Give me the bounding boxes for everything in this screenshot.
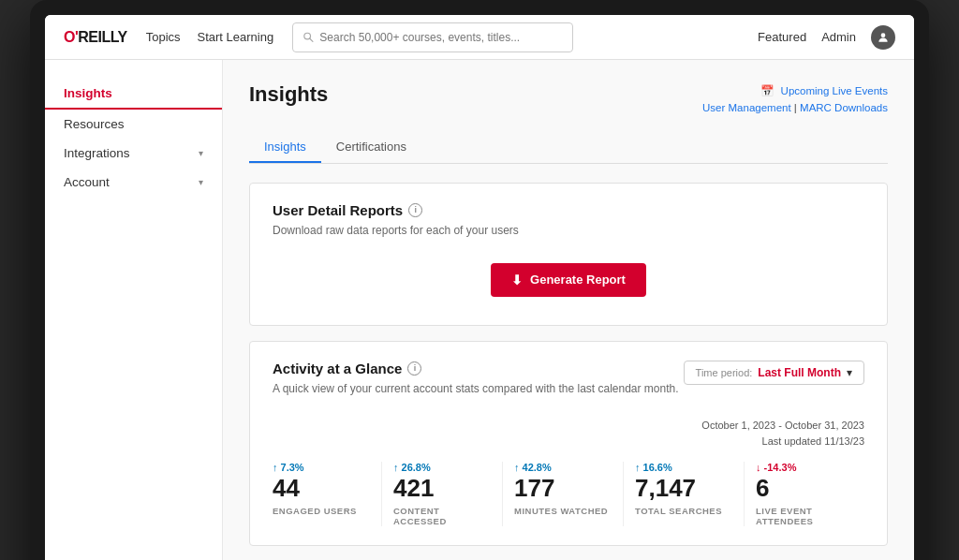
content-area: Insights 📅 Upcoming Live Events User Man… [223, 60, 914, 560]
user-detail-reports-card: User Detail Reports i Download raw data … [249, 183, 888, 326]
tab-certifications[interactable]: Certifications [321, 132, 421, 163]
page-title: Insights [249, 82, 328, 107]
start-learning-link[interactable]: Start Learning [198, 30, 274, 44]
chevron-down-icon: ▾ [199, 148, 203, 158]
sidebar-item-resources[interactable]: Resources [45, 110, 222, 139]
generate-btn-label: Generate Report [530, 273, 626, 287]
marc-downloads-link[interactable]: MARC Downloads [800, 102, 888, 113]
stats-row: ↑ 7.3% 44 ENGAGED USERS ↑ 26.8% 421 CONT… [273, 462, 864, 526]
activity-glance-title: Activity at a Glance i [273, 361, 679, 376]
stat-label-engaged: ENGAGED USERS [273, 506, 370, 516]
stat-change-searches: ↑ 16.6% [635, 462, 732, 473]
info-icon[interactable]: i [408, 203, 422, 217]
info-icon[interactable]: i [407, 361, 421, 376]
main-layout: Insights Resources Integrations ▾ Accoun… [45, 60, 914, 560]
generate-report-button[interactable]: ⬇ Generate Report [491, 263, 646, 297]
nav-right: Featured Admin [758, 25, 895, 50]
logo[interactable]: O'REILLY [64, 29, 127, 46]
sidebar-item-integrations[interactable]: Integrations ▾ [45, 139, 222, 168]
content-header: Insights 📅 Upcoming Live Events User Man… [249, 82, 888, 117]
date-range: October 1, 2023 - October 31, 2023 Last … [273, 418, 864, 450]
stat-label-content: CONTENT ACCESSED [393, 506, 491, 526]
sidebar-item-insights-label: Insights [64, 86, 112, 100]
activity-header-row: Activity at a Glance i A quick view of y… [273, 361, 864, 412]
featured-link[interactable]: Featured [758, 30, 806, 44]
stat-value-content: 421 [393, 475, 491, 502]
search-input[interactable] [319, 31, 563, 44]
chevron-down-icon: ▾ [199, 177, 203, 187]
activity-glance-subtitle: A quick view of your current account sta… [273, 382, 679, 395]
stat-total-searches: ↑ 16.6% 7,147 TOTAL SEARCHES [624, 462, 745, 526]
stat-value-minutes: 177 [514, 475, 612, 502]
time-period-button[interactable]: Time period: Last Full Month ▾ [684, 361, 864, 385]
sidebar-item-account-label: Account [64, 175, 110, 189]
stat-engaged-users: ↑ 7.3% 44 ENGAGED USERS [273, 462, 382, 526]
svg-point-2 [881, 33, 886, 37]
sidebar-item-insights[interactable]: Insights [45, 79, 222, 110]
stat-label-minutes: MINUTES WATCHED [514, 506, 612, 516]
activity-title-group: Activity at a Glance i A quick view of y… [273, 361, 679, 412]
nav-links: Topics Start Learning [146, 30, 274, 44]
user-detail-reports-title: User Detail Reports i [273, 202, 864, 218]
admin-link[interactable]: Admin [821, 30, 856, 44]
stat-value-searches: 7,147 [635, 475, 732, 502]
search-icon [302, 31, 314, 43]
stat-minutes-watched: ↑ 42.8% 177 MINUTES WATCHED [503, 462, 624, 526]
stat-label-live: LIVE EVENT ATTENDEES [756, 506, 853, 526]
stat-content-accessed: ↑ 26.8% 421 CONTENT ACCESSED [382, 462, 503, 526]
header-right: 📅 Upcoming Live Events User Management |… [702, 82, 888, 117]
stat-label-searches: TOTAL SEARCHES [635, 506, 732, 516]
time-period-label: Time period: [696, 367, 753, 378]
stat-value-live: 6 [756, 475, 853, 502]
tab-bar: Insights Certifications [249, 132, 888, 164]
topics-link[interactable]: Topics [146, 30, 181, 44]
stat-change-content: ↑ 26.8% [393, 462, 491, 473]
sidebar-item-integrations-label: Integrations [64, 146, 130, 160]
tab-insights[interactable]: Insights [249, 132, 321, 163]
time-period-value: Last Full Month [758, 366, 841, 379]
chevron-down-icon: ▾ [847, 366, 852, 379]
stat-change-minutes: ↑ 42.8% [514, 462, 612, 473]
user-detail-subtitle: Download raw data reports for each of yo… [273, 224, 864, 237]
stat-live-event: ↓ -14.3% 6 LIVE EVENT ATTENDEES [745, 462, 864, 526]
user-management-link[interactable]: User Management [702, 102, 791, 113]
upcoming-events-link[interactable]: Upcoming Live Events [781, 85, 888, 96]
search-bar[interactable] [292, 22, 573, 52]
download-icon: ⬇ [511, 273, 523, 287]
svg-line-1 [310, 38, 313, 41]
top-nav: O'REILLY Topics Start Learning Featured … [45, 15, 914, 60]
stat-change-engaged: ↑ 7.3% [273, 462, 370, 473]
sidebar-item-resources-label: Resources [64, 117, 125, 131]
sidebar-item-account[interactable]: Account ▾ [45, 168, 222, 197]
activity-glance-card: Activity at a Glance i A quick view of y… [249, 341, 888, 546]
sidebar: Insights Resources Integrations ▾ Accoun… [45, 60, 223, 560]
stat-value-engaged: 44 [273, 475, 370, 502]
generate-btn-wrap: ⬇ Generate Report [273, 254, 864, 306]
stat-change-live: ↓ -14.3% [756, 462, 853, 473]
calendar-icon: 📅 [760, 85, 774, 96]
user-avatar[interactable] [871, 25, 895, 50]
